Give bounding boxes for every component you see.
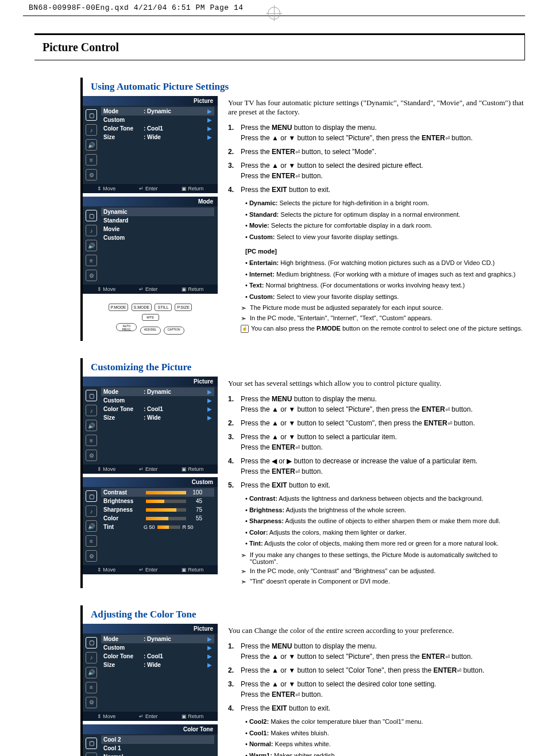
step-1: 1.Press the MENU button to display the m… (228, 641, 525, 662)
setup-icon: ⚙ (86, 270, 97, 281)
footer-move: Move (103, 286, 115, 292)
chevron-right-icon: ▶ (207, 415, 212, 421)
osd-row-label: Mode (103, 108, 144, 114)
channel-icon: ≡ (86, 682, 97, 693)
osd-row-value: : Dynamic (144, 389, 207, 395)
osd-row-label: Color Tone (103, 125, 144, 132)
slider-label: Tint (103, 524, 144, 530)
enter-icon: ⏎ (295, 690, 300, 699)
chevron-right-icon: ▶ (207, 662, 212, 668)
enter-icon: ⏎ (295, 467, 300, 476)
speaker-icon: 🔊 (86, 139, 97, 151)
footer-enter: Enter (145, 713, 158, 719)
osd-row-label: Custom (103, 397, 144, 404)
list-item: Standard (101, 216, 214, 225)
osd-row-label: Color Tone (103, 406, 144, 412)
section-title: Customizing the Picture (83, 358, 525, 377)
enter-icon: ⏎ (445, 405, 450, 414)
hint: ➣"Tint" doesn't operate in Component or … (241, 578, 525, 586)
osd-picture-menu: Picture ▢ ♪ 🔊 ≡ ⚙ Mode: Dynamic▶ (83, 96, 218, 193)
chevron-right-icon: ▶ (207, 134, 212, 140)
step-3: 3.Press the ▲ or ▼ button to select a pa… (228, 432, 525, 452)
channel-icon: ≡ (86, 154, 97, 166)
section-color-tone: Adjusting the Color Tone Picture ▢ ♪ 🔊 ≡… (80, 605, 525, 756)
remote-still: STILL (155, 304, 172, 311)
osd-row-value: : Cool1 (144, 653, 207, 659)
footer-move: Move (103, 713, 115, 719)
picture-icon: ▢ (86, 210, 97, 221)
section-automatic-picture: Using Automatic Picture Settings Picture… (80, 78, 525, 341)
step-2: 2.Press the ENTER⏎ button, to select "Mo… (228, 147, 525, 157)
channel-icon: ≡ (86, 535, 97, 547)
step-4: 4.Press the ◀ or ▶ button to decrease or… (228, 456, 525, 477)
chevron-right-icon: ▶ (207, 397, 212, 404)
tint-r: R 50 (183, 524, 194, 530)
picture-icon: ▢ (86, 109, 97, 121)
osd-row-label: Custom (103, 117, 144, 123)
osd-row-value: : Dynamic (144, 636, 207, 642)
footer-enter: Enter (145, 466, 158, 472)
chevron-right-icon: ▶ (207, 125, 212, 132)
osd-row-value: : Wide (144, 662, 207, 668)
footer-return: Return (188, 713, 203, 719)
chevron-right-icon: ▶ (207, 644, 212, 651)
remote-adddel: ADD/DEL (140, 327, 161, 335)
osd-row-label: Size (103, 134, 144, 140)
list-item: Cool 2 (101, 735, 214, 744)
channel-icon: ≡ (86, 255, 97, 266)
slider-label: Color (103, 515, 144, 521)
footer-enter: Enter (145, 186, 158, 191)
list-item: Cool 1 (101, 744, 214, 753)
sound-icon: ♪ (86, 652, 97, 663)
enter-icon: ⏎ (445, 134, 450, 143)
step-1: 1.Press the MENU button to display the m… (228, 122, 525, 143)
slider-value: 45 (188, 498, 202, 504)
footer-enter: Enter (145, 286, 158, 292)
pc-mode-heading: [PC mode] (245, 247, 525, 257)
remote-diagram: P.MODE S.MODE STILL P.SIZE MTS AUTO PROG… (83, 297, 218, 341)
enter-icon: ⏎ (445, 653, 450, 661)
slider-value: 100 (188, 489, 202, 496)
osd-title: Picture (83, 624, 218, 634)
osd-row-label: Mode (103, 636, 144, 642)
osd-colortone-menu: Color Tone ▢ ♪ 🔊 ≡ ⚙ Cool 2 C (83, 724, 218, 756)
remote-mts: MTS (142, 314, 159, 321)
sound-icon: ♪ (86, 505, 97, 517)
footer-return: Return (188, 286, 203, 292)
remote-smode: S.MODE (132, 304, 152, 311)
register-mark-top (268, 7, 280, 20)
channel-icon: ≡ (86, 435, 97, 446)
tone-notes: • Cool2: Makes the color temperature blu… (245, 717, 525, 756)
footer-move: Move (103, 186, 115, 191)
sound-icon: ♪ (86, 753, 97, 756)
chapter-title: Picture Control (34, 33, 525, 60)
osd-row-label: Size (103, 415, 144, 421)
osd-row-label: Mode (103, 389, 144, 395)
chevron-right-icon: ▶ (207, 117, 212, 123)
chevron-right-icon: ▶ (207, 636, 212, 642)
footer-move: Move (103, 567, 115, 573)
chevron-right-icon: ▶ (207, 653, 212, 659)
tint-g: G 50 (144, 524, 155, 530)
speaker-icon: 🔊 (86, 240, 97, 251)
setup-icon: ⚙ (86, 169, 97, 181)
enter-icon: ⏎ (447, 419, 452, 428)
osd-mode-menu: Mode ▢ ♪ 🔊 ≡ ⚙ Dynamic Standa (83, 197, 218, 294)
enter-icon: ⏎ (295, 148, 300, 156)
footer-return: Return (188, 186, 203, 191)
list-item: Dynamic (101, 208, 214, 216)
osd-row-label: Color Tone (103, 653, 144, 659)
list-item: Normal (101, 753, 214, 756)
setup-icon: ⚙ (86, 450, 97, 461)
chevron-right-icon: ▶ (207, 389, 212, 395)
speaker-icon: 🔊 (86, 520, 97, 532)
remote-autoprog: AUTO PROG. (116, 323, 137, 331)
remote-psize: P.SIZE (175, 304, 192, 311)
picture-icon: ▢ (86, 390, 97, 401)
setup-icon: ⚙ (86, 697, 97, 708)
osd-row-value: : Wide (144, 415, 207, 421)
setting-notes: • Contrast: Adjusts the lightness and da… (245, 494, 525, 549)
osd-row-value: : Wide (144, 134, 207, 140)
osd-row-value: : Cool1 (144, 406, 207, 412)
setup-icon: ⚙ (86, 550, 97, 562)
